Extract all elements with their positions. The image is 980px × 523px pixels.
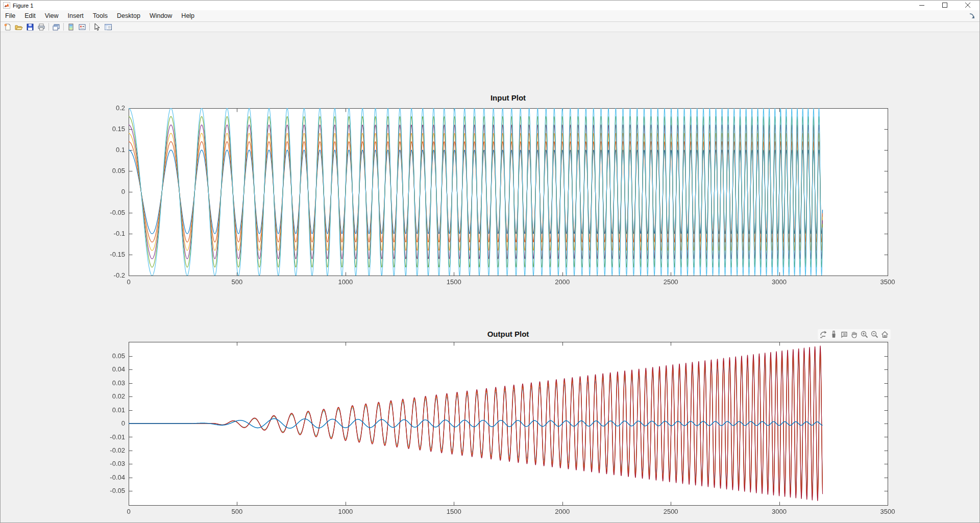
menu-bar: File Edit View Insert Tools Desktop Wind… [1, 10, 979, 22]
input-plot-axes[interactable] [93, 103, 910, 288]
input-plot-title: Input Plot [129, 93, 888, 102]
save-figure-button[interactable] [24, 22, 36, 32]
menu-file[interactable]: File [1, 11, 20, 21]
restore-view-button[interactable] [880, 330, 890, 339]
print-figure-button[interactable] [36, 22, 47, 32]
export-button[interactable] [819, 330, 828, 339]
new-document-icon [4, 23, 12, 31]
datatip-icon [840, 330, 848, 339]
property-editor-icon [104, 23, 112, 31]
axes-toolbar [818, 329, 891, 340]
export-icon [819, 330, 828, 339]
zoom-out-button[interactable] [870, 330, 879, 339]
legend-icon [78, 23, 86, 31]
maximize-button[interactable] [934, 1, 957, 10]
menu-edit[interactable]: Edit [20, 11, 40, 21]
insert-legend-button[interactable] [77, 22, 88, 32]
figure-window: Figure 1 File Edit View Insert Tools Des… [0, 0, 980, 523]
dock-arrow-icon [969, 13, 975, 19]
overlapping-windows-icon [52, 23, 60, 31]
zoom-in-button[interactable] [860, 330, 869, 339]
minimize-button[interactable] [911, 1, 934, 10]
output-plot-axes[interactable] [93, 337, 910, 519]
menu-window[interactable]: Window [145, 11, 177, 21]
save-disk-icon [26, 23, 34, 31]
open-file-button[interactable] [13, 22, 24, 32]
menu-desktop[interactable]: Desktop [112, 11, 145, 21]
printer-icon [37, 23, 45, 31]
menu-tools[interactable]: Tools [88, 11, 112, 21]
figure-canvas-area: Input Plot Output Plot [1, 33, 979, 522]
pan-hand-icon [850, 330, 859, 339]
property-inspector-button[interactable] [103, 22, 114, 32]
zoom-out-icon [870, 330, 879, 339]
menu-help[interactable]: Help [177, 11, 199, 21]
home-icon [880, 330, 889, 339]
brush-button[interactable] [829, 330, 839, 339]
dock-figure-button[interactable] [969, 12, 978, 20]
data-tips-button[interactable] [839, 330, 849, 339]
title-bar: Figure 1 [1, 1, 979, 10]
toolbar-separator [63, 23, 64, 31]
new-figure-button[interactable] [2, 22, 13, 32]
window-title: Figure 1 [13, 3, 33, 9]
pointer-arrow-icon [93, 23, 101, 31]
zoom-in-icon [860, 330, 869, 339]
matlab-logo-icon [3, 2, 10, 9]
pan-button[interactable] [849, 330, 859, 339]
toolbar-separator [48, 23, 49, 31]
figure-toolbar [1, 22, 979, 32]
colorbar-icon [67, 23, 75, 31]
open-folder-icon [15, 23, 23, 31]
dock-windows-button[interactable] [51, 22, 62, 32]
close-icon [965, 3, 971, 8]
maximize-icon [942, 3, 948, 8]
close-button[interactable] [957, 1, 979, 10]
edit-plot-button[interactable] [91, 22, 103, 32]
window-controls [911, 1, 979, 10]
minimize-icon [919, 3, 925, 8]
menu-insert[interactable]: Insert [63, 11, 88, 21]
menu-view[interactable]: View [40, 11, 63, 21]
toolbar-separator [89, 23, 90, 31]
brush-icon [829, 330, 838, 339]
insert-colorbar-button[interactable] [65, 22, 77, 32]
